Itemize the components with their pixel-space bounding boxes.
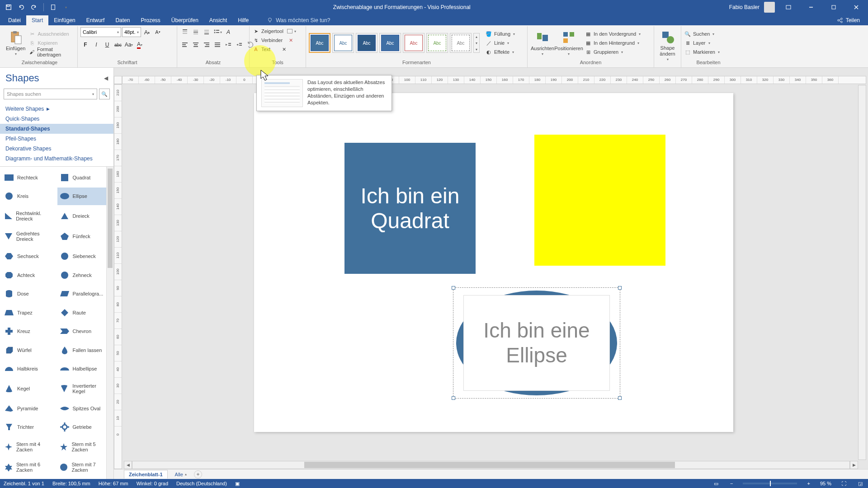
align-button[interactable]: Ausrichten▾ [530,30,555,56]
close-button[interactable] [847,1,865,14]
scrollbar-thumb[interactable] [108,169,113,268]
select-button[interactable]: ⬚Markieren▾ [684,48,720,56]
undo-button[interactable] [16,2,26,12]
paste-button[interactable]: Einfügen ▾ [5,30,27,56]
new-doc-button[interactable] [48,2,58,12]
align-top-button[interactable] [180,27,190,37]
shape-raute[interactable]: Raute [57,304,112,322]
shape-fallen-lassen[interactable]: Fallen lassen [57,341,112,359]
horizontal-scrollbar[interactable]: ◀ ▶ [124,461,858,469]
qat-customize-button[interactable]: ▾ [61,2,71,12]
status-language[interactable]: Deutsch (Deutschland) [176,481,227,486]
shape-rechteck[interactable]: Rechteck [2,169,57,187]
shape-wuerfel[interactable]: Würfel [2,341,57,359]
collapse-panel-button[interactable]: ◀ [104,75,108,81]
draw-rect-button[interactable] [287,29,292,33]
shape-achteck[interactable]: Achteck [2,266,57,284]
tab-start[interactable]: Start [26,15,48,25]
shape-rechtw-dreieck[interactable]: Rechtwinkl. Dreieck [2,206,57,226]
grow-font-button[interactable]: A▴ [142,27,152,37]
align-right-button[interactable] [202,40,212,50]
scroll-right-button[interactable]: ▶ [850,461,858,469]
cut-button[interactable]: ✂Ausschneiden [28,30,75,38]
pointer-tool-button[interactable]: ➤Zeigertool ▾ [252,27,296,35]
shape-grid-scrollbar[interactable] [106,167,113,479]
shape-spitzes-oval[interactable]: Spitzes Oval [57,399,112,418]
style-2[interactable]: Abc [332,33,354,53]
shape-kreuz[interactable]: Kreuz [2,323,57,341]
bold-button[interactable]: F [80,40,90,50]
send-back-button[interactable]: ▦In den Hintergrund▾ [585,39,641,47]
change-shape-button[interactable]: Shape ändern▾ [657,30,678,61]
minimize-button[interactable] [802,1,820,14]
user-name[interactable]: Fabio Basler [729,4,760,10]
shape-trapez[interactable]: Trapez [2,304,57,322]
tab-hilfe[interactable]: Hilfe [232,15,254,25]
shape-stern6[interactable]: Stern mit 6 Zacken [2,457,57,477]
italic-button[interactable]: I [91,40,101,50]
shape-chevron[interactable]: Chevron [57,323,112,341]
tell-me-search[interactable]: Was möchten Sie tun? [263,15,334,25]
canvas-shape-ellipse-selected[interactable]: Ich bin eine Ellipse [453,287,620,399]
shape-getriebe[interactable]: Getriebe [57,418,112,436]
text-tool-button[interactable]: AText ✕ [252,45,288,53]
sheet-all-button[interactable]: Alle▴ [171,470,190,479]
canvas-shape-yellow-square[interactable] [534,135,665,266]
shape-halbkreis[interactable]: Halbkreis [2,360,57,378]
underline-button[interactable]: U [102,40,112,50]
zoom-in-button[interactable]: + [805,481,811,486]
shape-stern5[interactable]: Stern mit 5 Zacken [57,437,112,457]
avatar[interactable] [764,2,775,13]
tab-entwurf[interactable]: Entwurf [81,15,110,25]
more-shapes-item[interactable]: Weitere Shapes▶ [0,104,113,114]
align-bottom-button[interactable] [202,27,212,37]
stencil-standard[interactable]: Standard-Shapes [0,124,113,134]
resize-handle[interactable] [618,396,622,400]
connection-point-icon[interactable]: ✕ [280,46,288,53]
shape-zehneck[interactable]: Zehneck [57,266,112,284]
style-5[interactable]: Abc [403,33,425,53]
add-sheet-button[interactable]: + [194,470,202,479]
stencil-arrow[interactable]: Pfeil-Shapes [0,134,113,144]
stencil-quick[interactable]: Quick-Shapes [0,114,113,124]
copy-button[interactable]: ⎘Kopieren [28,39,75,47]
increase-indent-button[interactable] [234,40,244,50]
save-icon[interactable] [4,2,14,12]
scroll-track[interactable] [132,461,850,469]
canvas-area[interactable]: -70-60-50-40-30-20-100102030405060708090… [114,68,868,479]
format-painter-button[interactable]: 🖌Format übertragen [28,48,75,56]
stencil-decorative[interactable]: Dekorative Shapes [0,144,113,154]
vertical-scrollbar[interactable] [858,85,866,460]
align-left-button[interactable] [180,40,190,50]
shape-ellipse[interactable]: Ellipse [57,188,112,206]
justify-button[interactable] [212,40,222,50]
position-button[interactable]: Positionieren▾ [557,30,581,56]
connector-tool-button[interactable]: ↯Verbinder ✕ [252,36,294,44]
macro-record-button[interactable]: ▣ [235,481,240,487]
tab-einfuegen[interactable]: Einfügen [48,15,80,25]
text-direction-button[interactable]: A [223,27,233,37]
effects-button[interactable]: ◐Effekte▾ [485,48,515,56]
shape-fuenfeck[interactable]: Fünfeck [57,227,112,247]
drawing-page[interactable]: Ich bin ein Quadrat Ich bin eine Ellipse [254,93,733,432]
shape-siebeneck[interactable]: Siebeneck [57,247,112,265]
shape-dreieck[interactable]: Dreieck [57,206,112,226]
zoom-level[interactable]: 95 % [820,481,831,486]
full-screen-button[interactable]: ◲ [856,481,864,487]
style-1[interactable]: Abc [309,33,330,53]
shape-quadrat[interactable]: Quadrat [57,169,112,187]
font-color-button[interactable]: A▾ [135,40,145,50]
line-button[interactable]: ／Linie▾ [485,39,515,47]
sheet-tab-1[interactable]: Zeichenblatt-1 [124,470,168,479]
canvas-shape-quadrat[interactable]: Ich bin ein Quadrat [344,143,476,274]
scroll-thumb[interactable] [304,462,675,468]
presentation-mode-button[interactable]: ▭ [712,481,720,487]
tab-prozess[interactable]: Prozess [135,15,165,25]
resize-handle[interactable] [452,396,455,400]
zoom-slider[interactable] [743,483,797,484]
tab-ueberpruefen[interactable]: Überprüfen [166,15,204,25]
shape-gedrehtes-dreieck[interactable]: Gedrehtes Dreieck [2,227,57,247]
bullets-button[interactable]: ▾ [212,27,222,37]
case-button[interactable]: Aa▾ [124,40,134,50]
stencil-diagram[interactable]: Diagramm- und Mathematik-Shapes [0,154,113,164]
